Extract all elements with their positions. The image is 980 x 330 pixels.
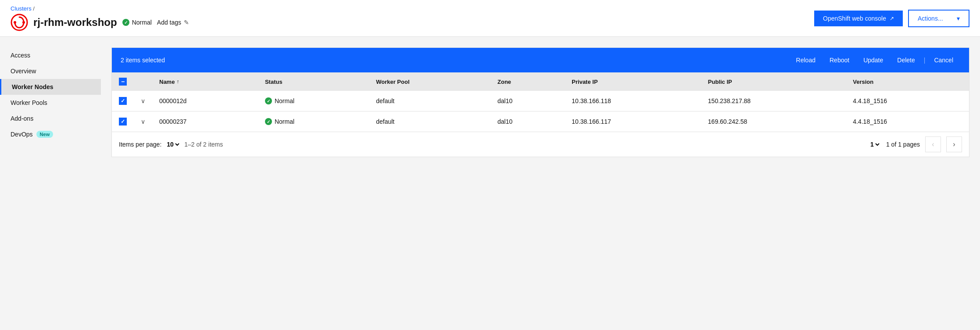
chevron-down-icon: ∨ (141, 97, 145, 104)
sort-arrow-icon: ↑ (176, 79, 179, 85)
svg-point-2 (22, 21, 25, 24)
th-select-all[interactable] (112, 72, 134, 91)
per-page-select[interactable]: 10 25 50 (165, 140, 181, 148)
sidebar-item-worker-pools-label: Worker Pools (11, 99, 47, 106)
reload-button[interactable]: Reload (789, 53, 823, 67)
cluster-name: rj-rhm-workshop (33, 16, 117, 29)
select-all-checkbox[interactable] (119, 78, 127, 86)
th-expand (134, 72, 152, 91)
sidebar-item-worker-pools[interactable]: Worker Pools (0, 95, 101, 111)
status-icon (122, 19, 129, 26)
items-per-page-label: Items per page: (119, 141, 161, 148)
row1-status-label: Normal (275, 97, 294, 104)
th-public-ip: Public IP (701, 72, 846, 91)
openshift-console-button[interactable]: OpenShift web console ↗ (814, 11, 903, 26)
row2-public-ip: 169.60.242.58 (701, 111, 846, 132)
row2-status-label: Normal (275, 118, 294, 125)
row1-status: Normal (258, 91, 369, 111)
per-page-dropdown[interactable]: 10 25 50 (165, 140, 181, 148)
reboot-button[interactable]: Reboot (823, 53, 856, 67)
table-header-row: Name ↑ Status Worker Pool Zone Private I… (112, 72, 969, 91)
row2-zone: dal10 (490, 111, 565, 132)
svg-point-1 (14, 21, 16, 24)
pagination-bar: Items per page: 10 25 50 1–2 of 2 items … (112, 132, 969, 157)
table-container: 2 items selected Reload Reboot Update De… (111, 47, 969, 157)
openshift-btn-label: OpenShift web console (823, 15, 886, 22)
page-of-label: 1 of 1 pages (886, 141, 920, 148)
actions-button[interactable]: Actions... ▾ (908, 10, 969, 27)
add-tags-label: Add tags (157, 19, 181, 26)
row2-checkbox-cell[interactable] (112, 111, 134, 132)
sidebar-item-addons[interactable]: Add-ons (0, 111, 101, 126)
row1-checkbox-cell[interactable] (112, 91, 134, 111)
worker-nodes-table: Name ↑ Status Worker Pool Zone Private I… (112, 72, 969, 132)
table-row: ∨ 00000237 Normal default dal10 10.38.16… (112, 111, 969, 132)
th-name-label: Name (159, 79, 175, 85)
external-link-icon: ↗ (890, 15, 894, 22)
row1-worker-pool: default (369, 91, 490, 111)
sidebar-item-devops[interactable]: DevOps New (0, 126, 101, 142)
row1-status-icon (265, 97, 272, 104)
row2-status-icon (265, 118, 272, 125)
th-status: Status (258, 72, 369, 91)
row2-worker-pool: default (369, 111, 490, 132)
top-bar: Clusters / rj-rhm-workshop Normal Add ta… (0, 0, 980, 37)
sidebar-item-devops-label: DevOps (11, 131, 33, 138)
breadcrumb-separator: / (33, 5, 35, 12)
sidebar-item-overview[interactable]: Overview (0, 63, 101, 79)
th-zone: Zone (490, 72, 565, 91)
main-layout: Access Overview Worker Nodes Worker Pool… (0, 37, 980, 327)
pagination-left: Items per page: 10 25 50 1–2 of 2 items (119, 140, 223, 148)
row1-zone: dal10 (490, 91, 565, 111)
chevron-down-icon: ∨ (141, 118, 145, 125)
row1-version: 4.4.18_1516 (846, 91, 969, 111)
row2-status: Normal (258, 111, 369, 132)
items-count: 1–2 of 2 items (184, 141, 223, 148)
sidebar-item-addons-label: Add-ons (11, 115, 33, 122)
selection-count: 2 items selected (121, 57, 165, 64)
row1-name: 0000012d (152, 91, 258, 111)
sidebar-item-worker-nodes-label: Worker Nodes (12, 83, 54, 90)
pagination-right: 1 1 of 1 pages ‹ › (869, 136, 962, 152)
action-divider: | (922, 57, 927, 64)
row1-expand[interactable]: ∨ (134, 91, 152, 111)
sidebar-item-access-label: Access (11, 52, 30, 59)
th-name[interactable]: Name ↑ (152, 72, 258, 91)
top-actions: OpenShift web console ↗ Actions... ▾ (814, 10, 969, 27)
cluster-status-badge: Normal (122, 19, 152, 26)
add-tags-group[interactable]: Add tags ✎ (157, 19, 189, 26)
cancel-button[interactable]: Cancel (927, 53, 960, 67)
row2-version: 4.4.18_1516 (846, 111, 969, 132)
th-private-ip: Private IP (565, 72, 701, 91)
row1-private-ip: 10.38.166.118 (565, 91, 701, 111)
sidebar-item-worker-nodes[interactable]: Worker Nodes (0, 79, 101, 95)
row1-checkbox[interactable] (119, 97, 127, 105)
actions-btn-label: Actions... (918, 15, 943, 22)
table-row: ∨ 0000012d Normal default dal10 10.38.16… (112, 91, 969, 111)
row1-public-ip: 150.238.217.88 (701, 91, 846, 111)
cluster-title: rj-rhm-workshop Normal Add tags ✎ (11, 14, 189, 31)
sidebar: Access Overview Worker Nodes Worker Pool… (0, 37, 101, 327)
row2-private-ip: 10.38.166.117 (565, 111, 701, 132)
row2-expand[interactable]: ∨ (134, 111, 152, 132)
prev-page-button[interactable]: ‹ (925, 136, 941, 152)
update-button[interactable]: Update (856, 53, 890, 67)
next-page-button[interactable]: › (946, 136, 962, 152)
new-badge: New (36, 131, 54, 138)
edit-icon: ✎ (184, 19, 189, 26)
row2-checkbox[interactable] (119, 118, 127, 126)
sidebar-item-access[interactable]: Access (0, 47, 101, 63)
page-select[interactable]: 1 (869, 140, 881, 148)
sidebar-item-overview-label: Overview (11, 68, 36, 75)
status-label: Normal (132, 19, 152, 26)
page-dropdown[interactable]: 1 (869, 140, 881, 148)
th-worker-pool: Worker Pool (369, 72, 490, 91)
delete-button[interactable]: Delete (890, 53, 922, 67)
openshift-logo-icon (11, 14, 28, 31)
selection-bar: 2 items selected Reload Reboot Update De… (112, 48, 969, 72)
selection-actions: Reload Reboot Update Delete | Cancel (789, 53, 960, 67)
breadcrumb-clusters-link[interactable]: Clusters (11, 5, 32, 12)
breadcrumb: Clusters / (11, 5, 189, 12)
chevron-down-icon: ▾ (957, 15, 960, 22)
th-version: Version (846, 72, 969, 91)
